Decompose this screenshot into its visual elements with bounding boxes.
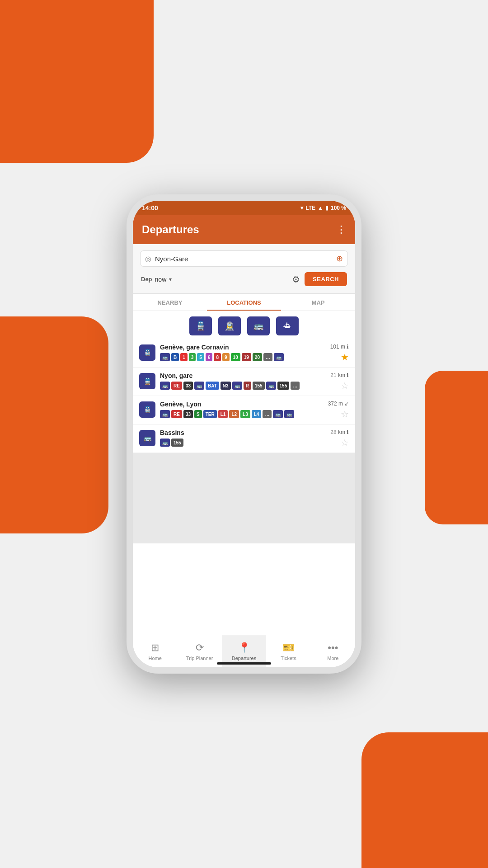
line-badge: 9 [222,353,230,361]
location-item-4[interactable]: 🚌 Bassins 🚌 155 28 km ℹ ☆ [133,425,355,453]
content-area: ◎ ⊕ Dep now ▾ ⚙ SEARCH [133,244,355,635]
loc-name-4: Bassins [160,429,328,436]
loc-distance-2: 21 km ℹ [330,372,349,378]
nav-more-label: More [327,656,338,661]
tabs-row: NEARBY LOCATIONS MAP [133,294,355,311]
location-item-1[interactable]: 🚆 Genève, gare Cornavin 🚌 B 1 3 5 6 8 9 [133,339,355,368]
dep-time-value[interactable]: now [155,276,167,283]
signal-icon: ▲ [318,205,323,211]
background-wrapper: 14:00 ▾ LTE ▲ ▮ 100 % Departures ⋮ ◎ ⊕ [0,0,488,868]
loc-info-4: Bassins 🚌 155 [160,429,328,447]
favorite-star-3[interactable]: ☆ [341,409,349,420]
phone-frame: 14:00 ▾ LTE ▲ ▮ 100 % Departures ⋮ ◎ ⊕ [127,194,361,674]
line-badge: 33 [183,382,193,390]
line-badge: 🚌 [274,353,284,361]
favorite-star-2[interactable]: ☆ [341,380,349,391]
departure-time-row: Dep now ▾ ⚙ SEARCH [140,271,348,290]
loc-lines-1: 🚌 B 1 3 5 6 8 9 10 19 20 … 🚌 [160,353,328,361]
line-badge: 10 [231,353,240,361]
home-indicator [217,662,271,665]
favorite-star-1[interactable]: ★ [341,352,349,363]
line-badge: RE [171,382,182,390]
loc-distance-3: 372 m ↙ [328,401,349,407]
dep-time-left: Dep now ▾ [141,276,172,283]
tickets-icon: 🎫 [282,642,295,654]
departures-icon: 📍 [238,642,250,654]
line-badge: 33 [183,410,193,418]
loc-lines-4: 🚌 155 [160,439,328,447]
nav-tickets[interactable]: 🎫 Tickets [266,635,310,667]
transport-filter-bus[interactable]: 🚌 [247,316,270,335]
line-badge: L2 [229,410,239,418]
location-item-2[interactable]: 🚆 Nyon, gare 🚌 RE 33 🚌 BAT N3 🚌 R [133,368,355,396]
bg-decoration-tl [0,0,154,163]
status-bar: 14:00 ▾ LTE ▲ ▮ 100 % [133,201,355,215]
location-search-input[interactable] [155,255,336,263]
loc-name-2: Nyon, gare [160,372,328,379]
line-badge: … [263,410,272,418]
transport-filter-ferry[interactable]: ⛴ [276,316,299,335]
header-menu-button[interactable]: ⋮ [336,224,346,236]
line-badge: 🚌 [160,410,170,418]
info-circle-icon: ↙ [344,401,349,407]
tab-locations[interactable]: LOCATIONS [207,294,281,311]
line-badge: R [244,382,251,390]
loc-distance-1: 101 m ℹ [330,344,349,350]
dep-actions: ⚙ SEARCH [292,272,347,286]
nav-home[interactable]: ⊞ Home [133,635,177,667]
transport-filter-tram[interactable]: 🚊 [218,316,241,335]
loc-info-3: Genève, Lyon 🚌 RE 33 S TER L1 L2 L3 L4 … [160,401,325,418]
line-badge: 🚌 [266,382,276,390]
loc-icon-1: 🚆 [139,344,155,361]
transport-filter-train[interactable]: 🚆 [189,316,212,335]
loc-info-2: Nyon, gare 🚌 RE 33 🚌 BAT N3 🚌 R 155 🚌 [160,372,328,390]
line-badge: 6 [206,353,213,361]
gps-icon[interactable]: ⊕ [336,254,343,264]
line-badge: L4 [252,410,262,418]
line-badge: RE [171,410,182,418]
status-icons: ▾ LTE ▲ ▮ 100 % [300,205,346,211]
search-button[interactable]: SEARCH [305,272,347,286]
line-badge: 20 [253,353,262,361]
bg-decoration-br [361,732,488,868]
nav-trip-planner[interactable]: ⟳ Trip Planner [177,635,221,667]
info-circle-icon: ℹ [347,344,349,350]
home-icon: ⊞ [151,642,159,654]
info-circle-icon: ℹ [347,372,349,378]
map-preview [133,453,355,543]
settings-gear-icon[interactable]: ⚙ [292,274,300,285]
loc-right-4: 28 km ℹ ☆ [330,429,349,448]
info-circle-icon: ℹ [347,429,349,435]
dep-chevron-icon: ▾ [169,276,172,283]
locations-list: 🚆 Genève, gare Cornavin 🚌 B 1 3 5 6 8 9 [133,339,355,543]
line-badge: BAT [206,382,219,390]
loc-right-2: 21 km ℹ ☆ [330,372,349,391]
line-badge: TER [203,410,217,418]
line-badge: … [291,382,300,390]
location-search-row: ◎ ⊕ [140,250,348,267]
tab-nearby[interactable]: NEARBY [133,294,207,311]
loc-distance-4: 28 km ℹ [330,429,349,435]
loc-name-1: Genève, gare Cornavin [160,344,328,351]
loc-right-3: 372 m ↙ ☆ [328,401,349,420]
line-badge: 155 [253,382,265,390]
nav-departures-label: Departures [232,656,256,661]
loc-right-1: 101 m ℹ ★ [330,344,349,363]
battery-text: 100 % [331,205,346,211]
line-badge: 155 [277,382,290,390]
line-badge: 19 [242,353,251,361]
page-title: Departures [142,223,199,236]
tab-map[interactable]: MAP [281,294,355,311]
bg-decoration-mr [425,371,488,524]
search-area: ◎ ⊕ Dep now ▾ ⚙ SEARCH [133,244,355,293]
signal-text: LTE [305,205,315,211]
loc-lines-3: 🚌 RE 33 S TER L1 L2 L3 L4 … 🚌 🚌 [160,410,325,418]
battery-icon: ▮ [325,205,328,211]
line-badge: L1 [218,410,228,418]
location-item-3[interactable]: 🚆 Genève, Lyon 🚌 RE 33 S TER L1 L2 L3 [133,396,355,425]
nav-more[interactable]: ••• More [311,635,355,667]
favorite-star-4[interactable]: ☆ [341,437,349,448]
line-badge: 🚌 [160,353,170,361]
line-badge: N3 [221,382,231,390]
location-pin-icon: ◎ [145,255,151,263]
